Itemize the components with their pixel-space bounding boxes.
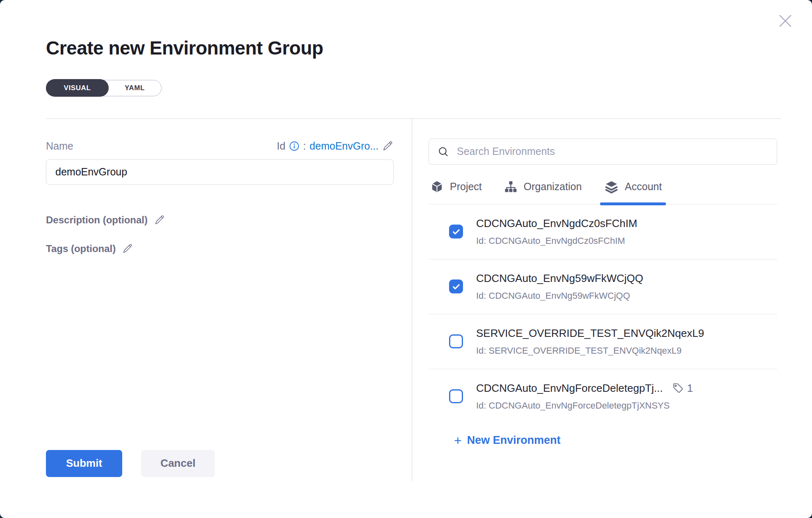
plus-icon: + [454,434,462,447]
new-environment-button[interactable]: + New Environment [454,434,777,447]
tag-icon [672,382,684,394]
visual-yaml-toggle: VISUAL YAML [46,80,162,96]
environment-checkbox[interactable] [449,334,463,348]
tab-account[interactable]: Account [604,179,662,204]
environment-list: CDCNGAuto_EnvNgdCz0sFChIM Id: CDCNGAuto_… [429,204,777,418]
create-environment-group-modal: Create new Environment Group VISUAL YAML… [0,0,812,518]
environment-id: Id: SERVICE_OVERRIDE_TEST_ENVQik2NqexL9 [476,345,777,356]
column-divider [412,119,412,481]
name-label: Name [46,140,73,152]
environment-name: CDCNGAuto_EnvNgdCz0sFChIM [476,217,637,230]
toggle-visual[interactable]: VISUAL [46,79,109,97]
environment-name: SERVICE_OVERRIDE_TEST_ENVQik2NqexL9 [476,327,704,340]
form-column: Name Id : demoEnvGro... Description (opt… [46,119,394,481]
environment-checkbox[interactable] [449,279,463,293]
tag-count-badge: 1 [672,382,693,395]
cube-icon [430,180,444,193]
environment-row[interactable]: CDCNGAuto_EnvNg59wFkWCjQQ Id: CDCNGAuto_… [429,259,777,314]
tags-label: Tags (optional) [46,243,116,254]
layers-icon [604,179,619,194]
id-label: Id [277,140,285,152]
environment-id: Id: CDCNGAuto_EnvNgdCz0sFChIM [476,236,777,246]
tab-organization[interactable]: Organization [504,179,582,204]
edit-tags-pencil-icon[interactable] [122,243,133,254]
info-icon[interactable] [289,141,299,151]
edit-id-pencil-icon[interactable] [382,140,394,152]
environment-row[interactable]: CDCNGAuto_EnvNgdCz0sFChIM Id: CDCNGAuto_… [429,204,777,259]
cancel-button[interactable]: Cancel [141,450,215,477]
environment-row[interactable]: SERVICE_OVERRIDE_TEST_ENVQik2NqexL9 Id: … [429,314,777,369]
environments-panel: Project Organization Account [429,119,777,481]
description-label: Description (optional) [46,214,148,226]
org-tree-icon [504,180,518,193]
environment-checkbox[interactable] [449,225,463,239]
close-icon[interactable] [777,12,794,30]
page-title: Create new Environment Group [46,38,812,59]
search-environments-input[interactable] [456,145,769,158]
environment-id: Id: CDCNGAuto_EnvNg59wFkWCjQQ [476,291,777,301]
environment-id: Id: CDCNGAuto_EnvNgForceDeletegpTjXNSYS [476,400,777,411]
scope-tabs: Project Organization Account [429,179,777,204]
environment-checkbox[interactable] [449,389,463,403]
id-value-link[interactable]: demoEnvGro... [310,140,379,152]
search-icon [437,145,449,158]
id-separator: : [303,140,306,152]
environment-name: CDCNGAuto_EnvNgForceDeletegpTj... [476,382,663,395]
edit-description-pencil-icon[interactable] [154,214,165,225]
tab-project[interactable]: Project [430,179,482,204]
search-box [429,139,777,165]
toggle-yaml[interactable]: YAML [108,80,161,96]
submit-button[interactable]: Submit [46,450,122,477]
environment-name: CDCNGAuto_EnvNg59wFkWCjQQ [476,272,643,285]
environment-row[interactable]: CDCNGAuto_EnvNgForceDeletegpTj... 1 Id: … [429,369,777,418]
name-input[interactable] [46,159,394,185]
